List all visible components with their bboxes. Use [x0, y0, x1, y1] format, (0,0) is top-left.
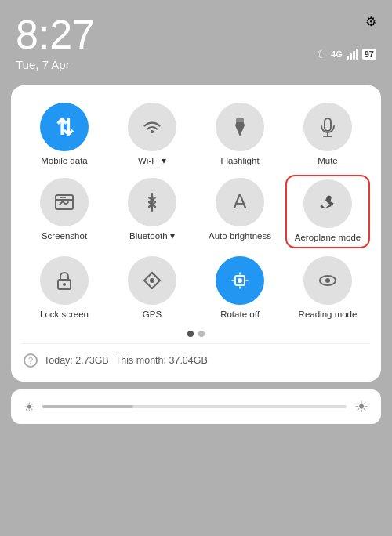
mute-icon	[303, 103, 352, 151]
svg-marker-0	[235, 121, 245, 136]
tile-gps[interactable]: GPS	[110, 253, 194, 324]
screenshot-label: Screenshot	[42, 231, 87, 242]
wifi-label: Wi-Fi ▾	[138, 156, 166, 167]
lock-screen-label: Lock screen	[40, 310, 89, 321]
tile-aeroplane-mode[interactable]: Aeroplane mode	[285, 175, 370, 248]
date: Tue, 7 Apr	[16, 58, 95, 71]
tile-mute[interactable]: Mute	[285, 100, 370, 170]
today-usage: Today: 2.73GB	[44, 355, 109, 366]
settings-icon[interactable]: ⚙	[365, 14, 376, 29]
aeroplane-mode-label: Aeroplane mode	[295, 233, 361, 244]
tile-screenshot[interactable]: Screenshot	[22, 175, 107, 248]
clock: 8:27	[16, 14, 95, 55]
network-label: 4G	[331, 49, 343, 59]
svg-point-13	[325, 278, 330, 283]
rotate-off-icon	[216, 256, 264, 305]
bluetooth-label: Bluetooth ▾	[129, 231, 175, 242]
auto-brightness-label: Auto brightness	[209, 231, 271, 242]
tile-rotate-off[interactable]: Rotate off	[198, 253, 282, 324]
divider	[22, 343, 370, 344]
dot-2	[198, 331, 205, 337]
month-usage: This month: 37.04GB	[115, 355, 208, 366]
flashlight-icon	[216, 103, 264, 151]
signal-bars	[347, 49, 358, 60]
gps-label: GPS	[143, 310, 162, 321]
status-left: 8:27 Tue, 7 Apr	[16, 14, 95, 71]
brightness-fill	[42, 405, 133, 408]
rotate-off-label: Rotate off	[220, 310, 260, 321]
status-bar: 8:27 Tue, 7 Apr ⚙ ☾ 4G 97	[0, 0, 392, 79]
quick-settings-panel: ⇅ Mobile data Wi-Fi ▾ Flashlight	[11, 85, 381, 382]
bluetooth-icon	[128, 178, 176, 226]
lock-screen-icon	[40, 256, 89, 305]
svg-point-9	[150, 278, 154, 283]
brightness-track[interactable]	[42, 405, 347, 408]
mobile-data-label: Mobile data	[41, 156, 87, 167]
reading-mode-icon	[303, 256, 352, 305]
svg-point-8	[63, 283, 66, 286]
wifi-icon	[128, 103, 176, 151]
reading-mode-label: Reading mode	[299, 310, 358, 321]
data-usage-row: ? Today: 2.73GB This month: 37.04GB	[22, 350, 370, 371]
tile-wifi[interactable]: Wi-Fi ▾	[110, 100, 194, 170]
auto-brightness-icon: A	[216, 178, 264, 226]
aeroplane-mode-icon	[303, 179, 352, 228]
mobile-data-icon: ⇅	[40, 103, 89, 151]
tile-bluetooth[interactable]: Bluetooth ▾	[110, 175, 194, 248]
tile-auto-brightness[interactable]: A Auto brightness	[198, 175, 282, 248]
screenshot-icon	[40, 178, 89, 226]
flashlight-label: Flashlight	[220, 156, 259, 167]
dot-1	[187, 331, 194, 337]
gps-icon	[128, 256, 176, 305]
tile-flashlight[interactable]: Flashlight	[198, 100, 282, 170]
svg-rect-1	[236, 118, 244, 122]
question-icon: ?	[24, 353, 38, 368]
mute-label: Mute	[318, 156, 338, 167]
status-right: ⚙ ☾ 4G 97	[317, 14, 376, 60]
tile-lock-screen[interactable]: Lock screen	[22, 253, 107, 324]
moon-icon: ☾	[317, 48, 327, 60]
brightness-high-icon: ☀	[354, 397, 368, 416]
status-icons-row: ☾ 4G 97	[317, 48, 376, 60]
battery-icon: 97	[362, 49, 376, 60]
brightness-low-icon: ☀	[24, 400, 34, 415]
tile-mobile-data[interactable]: ⇅ Mobile data	[22, 100, 107, 170]
page-dots	[22, 331, 370, 337]
tiles-grid: ⇅ Mobile data Wi-Fi ▾ Flashlight	[22, 100, 370, 323]
brightness-bar: ☀ ☀	[11, 389, 381, 424]
tile-reading-mode[interactable]: Reading mode	[285, 253, 370, 324]
svg-point-11	[238, 278, 242, 283]
